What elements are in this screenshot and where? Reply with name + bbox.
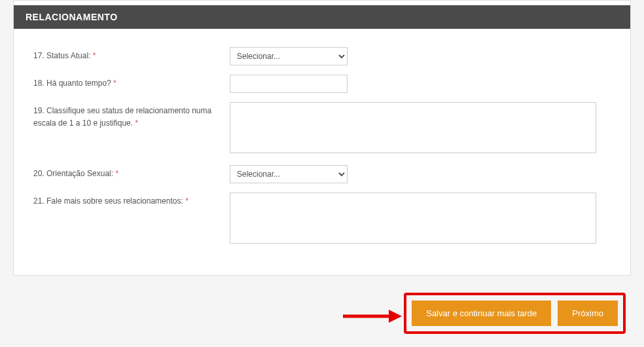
required-marker: *	[135, 119, 138, 128]
field-orientacao-sexual: 20. Orientação Sexual: * Selecionar...	[33, 165, 611, 183]
required-marker: *	[115, 169, 118, 178]
form-body: 17. Status Atual: * Selecionar... 18. Há…	[14, 29, 630, 275]
next-button[interactable]: Próximo	[558, 301, 618, 326]
label-text: 17. Status Atual:	[33, 51, 90, 60]
input-wrap: Selecionar...	[230, 165, 611, 183]
label-classifique-status: 19. Classifique seu status de relacionam…	[33, 102, 230, 130]
form-section: RELACIONAMENTO 17. Status Atual: * Selec…	[13, 5, 631, 276]
field-ha-quanto-tempo: 18. Há quanto tempo? *	[33, 75, 611, 93]
textarea-classifique-status[interactable]	[230, 102, 596, 153]
top-spacer	[13, 0, 631, 5]
arrow-annotation-icon	[343, 306, 402, 326]
button-highlight-box: Salvar e continuar mais tarde Próximo	[404, 293, 626, 334]
label-status-atual: 17. Status Atual: *	[33, 47, 230, 62]
label-fale-mais: 21. Fale mais sobre seus relacionamentos…	[33, 192, 230, 208]
required-marker: *	[185, 196, 188, 206]
label-text: 21. Fale mais sobre seus relacionamentos…	[33, 196, 183, 206]
label-text: 19. Classifique seu status de relacionam…	[33, 106, 211, 128]
label-orientacao-sexual: 20. Orientação Sexual: *	[33, 165, 230, 180]
required-marker: *	[93, 51, 96, 60]
label-text: 20. Orientação Sexual:	[33, 169, 113, 178]
input-ha-quanto-tempo[interactable]	[230, 75, 348, 93]
section-title: RELACIONAMENTO	[14, 5, 630, 29]
input-wrap: Selecionar...	[230, 47, 611, 65]
field-fale-mais: 21. Fale mais sobre seus relacionamentos…	[33, 192, 611, 246]
select-orientacao-sexual[interactable]: Selecionar...	[230, 165, 348, 183]
field-status-atual: 17. Status Atual: * Selecionar...	[33, 47, 611, 65]
label-ha-quanto-tempo: 18. Há quanto tempo? *	[33, 75, 230, 90]
svg-marker-1	[389, 310, 402, 323]
required-marker: *	[113, 79, 116, 88]
input-wrap	[230, 102, 611, 156]
textarea-fale-mais[interactable]	[230, 192, 596, 244]
save-continue-later-button[interactable]: Salvar e continuar mais tarde	[412, 301, 551, 326]
input-wrap	[230, 192, 611, 246]
input-wrap	[230, 75, 611, 93]
field-classifique-status: 19. Classifique seu status de relacionam…	[33, 102, 611, 156]
label-text: 18. Há quanto tempo?	[33, 79, 111, 88]
select-status-atual[interactable]: Selecionar...	[230, 47, 348, 65]
